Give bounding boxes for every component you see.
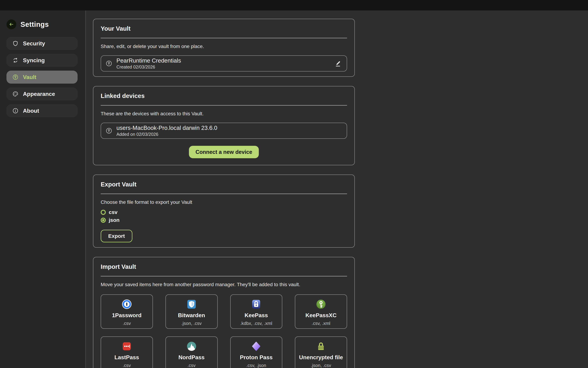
- sidebar-item-label: Vault: [23, 74, 36, 80]
- sidebar-item-security[interactable]: Security: [7, 37, 78, 50]
- page-title: Settings: [20, 20, 49, 28]
- import-tile-1password[interactable]: 1Password .csv: [101, 294, 153, 329]
- keepass-icon: [251, 299, 261, 310]
- lastpass-icon: [122, 341, 132, 351]
- sidebar-item-label: Syncing: [23, 57, 45, 64]
- keepassxc-icon: [316, 299, 326, 310]
- your-vault-card: Your Vault Share, edit, or delete your v…: [93, 19, 355, 77]
- sidebar-item-appearance[interactable]: Appearance: [7, 87, 78, 101]
- sidebar-item-syncing[interactable]: Syncing: [7, 54, 78, 67]
- provider-formats: .json, .csv: [181, 321, 202, 326]
- sidebar-item-vault[interactable]: Vault: [7, 71, 78, 83]
- sidebar-item-label: Security: [23, 40, 45, 47]
- provider-name: 1Password: [112, 312, 142, 319]
- card-description: These are the devices with access to thi…: [101, 111, 347, 117]
- protonpass-icon: [251, 341, 261, 351]
- back-button[interactable]: [7, 19, 16, 29]
- provider-formats: .csv, .json: [246, 363, 266, 368]
- vault-name: PearRuntime Credentials: [116, 57, 181, 64]
- provider-formats: .csv: [123, 321, 131, 326]
- back-arrow-icon: [9, 22, 14, 27]
- import-tile-bitwarden[interactable]: Bitwarden .json, .csv: [165, 294, 218, 329]
- unencrypted-file-icon: [316, 341, 326, 351]
- import-tile-unencrypted-file[interactable]: Unencrypted file .json, .csv: [295, 336, 347, 368]
- export-button[interactable]: Export: [101, 230, 132, 242]
- card-title: Import Vault: [101, 263, 347, 270]
- provider-formats: .csv, .xml: [312, 321, 330, 326]
- import-tile-nordpass[interactable]: NordPass .csv: [165, 336, 218, 368]
- radio-label: json: [109, 217, 120, 223]
- radio-circle-icon: [101, 210, 106, 215]
- export-vault-card: Export Vault Choose the file format to e…: [93, 175, 355, 248]
- provider-name: NordPass: [178, 354, 205, 361]
- card-description: Move your saved items here from another …: [101, 282, 347, 287]
- provider-formats: .kdbx, .csv, .xml: [240, 321, 272, 326]
- device-name: users-MacBook-Pro.local darwin 23.6.0: [116, 125, 217, 131]
- provider-name: Proton Pass: [240, 354, 273, 361]
- connect-new-device-button[interactable]: Connect a new device: [189, 146, 259, 158]
- import-tile-keepassxc[interactable]: KeePassXC .csv, .xml: [295, 294, 347, 329]
- export-format-radio-group: csv json: [101, 209, 347, 223]
- sidebar-item-label: About: [23, 108, 39, 114]
- import-tile-lastpass[interactable]: LastPass .csv: [101, 336, 153, 368]
- onepassword-icon: [122, 299, 132, 310]
- edit-pencil-icon: [334, 60, 342, 67]
- card-title: Your Vault: [101, 25, 347, 32]
- radio-circle-icon: [101, 218, 106, 223]
- divider: [101, 276, 347, 276]
- provider-formats: .csv: [123, 363, 131, 368]
- device-added-date: Added on 02/03/2026: [116, 132, 217, 137]
- key-icon: [106, 60, 112, 67]
- vault-item-row[interactable]: PearRuntime Credentials Created 02/03/20…: [101, 55, 347, 72]
- key-icon: [106, 127, 112, 134]
- sidebar-header: Settings: [7, 19, 78, 29]
- radio-option-json[interactable]: json: [101, 217, 347, 223]
- settings-nav: Security Syncing Vault: [7, 37, 78, 117]
- sync-icon: [12, 57, 18, 63]
- card-description: Choose the file format to export your Va…: [101, 199, 347, 205]
- settings-sidebar: Settings Security Syncing: [0, 10, 86, 368]
- radio-option-csv[interactable]: csv: [101, 209, 347, 215]
- import-tile-protonpass[interactable]: Proton Pass .csv, .json: [230, 336, 282, 368]
- bitwarden-icon: [186, 299, 197, 310]
- provider-name: LastPass: [115, 354, 139, 361]
- card-title: Export Vault: [101, 181, 347, 188]
- titlebar: [0, 0, 588, 10]
- import-provider-grid: 1Password .csv Bitwarden .json, .csv: [101, 294, 347, 368]
- palette-icon: [12, 91, 18, 97]
- import-tile-keepass[interactable]: KeePass .kdbx, .csv, .xml: [230, 294, 282, 329]
- provider-name: Bitwarden: [178, 312, 205, 319]
- import-vault-card: Import Vault Move your saved items here …: [93, 257, 355, 368]
- provider-name: Unencrypted file: [299, 354, 343, 361]
- provider-formats: .json, .csv: [311, 363, 331, 368]
- sidebar-item-about[interactable]: About: [7, 104, 78, 117]
- divider: [101, 105, 347, 105]
- shield-icon: [12, 40, 18, 46]
- sidebar-item-label: Appearance: [23, 91, 55, 97]
- card-description: Share, edit, or delete your vault from o…: [101, 44, 347, 49]
- provider-formats: .csv: [187, 363, 196, 368]
- info-icon: [12, 108, 18, 114]
- radio-label: csv: [109, 209, 117, 215]
- divider: [101, 38, 347, 38]
- divider: [101, 194, 347, 194]
- edit-vault-button[interactable]: [334, 59, 342, 68]
- settings-main: Your Vault Share, edit, or delete your v…: [86, 10, 588, 368]
- key-circle-icon: [12, 74, 18, 80]
- vault-created-date: Created 02/03/2026: [116, 64, 181, 70]
- provider-name: KeePassXC: [305, 312, 337, 319]
- nordpass-icon: [186, 341, 197, 351]
- linked-devices-card: Linked devices These are the devices wit…: [93, 86, 355, 165]
- card-title: Linked devices: [101, 92, 347, 99]
- provider-name: KeePass: [245, 312, 268, 319]
- device-item-row[interactable]: users-MacBook-Pro.local darwin 23.6.0 Ad…: [101, 123, 347, 139]
